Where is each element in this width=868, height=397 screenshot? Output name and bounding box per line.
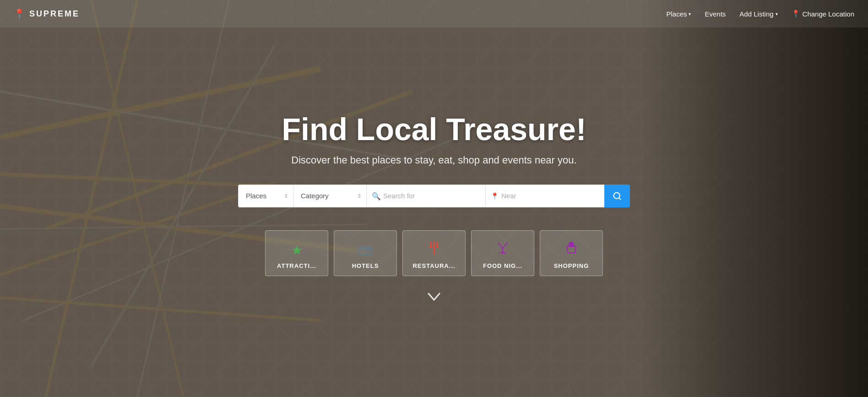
logo-pin-icon: 📍 bbox=[14, 8, 27, 19]
attractions-icon: ★ bbox=[291, 243, 303, 258]
type-select-wrapper: Places Events bbox=[238, 185, 293, 207]
nav-change-location-label: Change Location bbox=[803, 10, 854, 18]
search-icon: 🔍 bbox=[372, 191, 381, 200]
nav-add-listing[interactable]: Add Listing ▾ bbox=[739, 10, 777, 18]
restaurants-icon bbox=[429, 241, 439, 258]
search-input-wrapper: 🔍 bbox=[366, 185, 485, 207]
category-card-food-nightlife[interactable]: FOOD NIG... bbox=[471, 230, 534, 276]
near-pin-icon: 📍 bbox=[491, 192, 499, 200]
attractions-label: ATTRACTI... bbox=[277, 262, 316, 269]
svg-line-19 bbox=[619, 197, 621, 199]
nav-change-location[interactable]: 📍 Change Location bbox=[792, 10, 854, 18]
category-cards: ★ ATTRACTI... HOTELS bbox=[265, 230, 603, 276]
category-card-hotels[interactable]: HOTELS bbox=[334, 230, 397, 276]
location-pin-icon: 📍 bbox=[792, 10, 800, 18]
nav-add-listing-label: Add Listing bbox=[739, 10, 773, 18]
nav-events[interactable]: Events bbox=[705, 10, 726, 18]
food-nightlife-label: FOOD NIG... bbox=[483, 262, 522, 269]
category-card-restaurants[interactable]: RESTAURA... bbox=[402, 230, 466, 276]
hotels-icon bbox=[358, 245, 373, 258]
shopping-icon bbox=[565, 241, 578, 258]
category-card-attractions[interactable]: ★ ATTRACTI... bbox=[265, 230, 328, 276]
search-bar: Places Events Category Attractions Hotel… bbox=[238, 185, 630, 207]
logo[interactable]: 📍 SUPREME bbox=[14, 8, 80, 19]
hero-title: Find Local Treasure! bbox=[282, 111, 586, 147]
category-select[interactable]: Category Attractions Hotels Restaurants … bbox=[293, 185, 366, 207]
places-dropdown-icon: ▾ bbox=[689, 11, 691, 16]
search-button-icon bbox=[613, 191, 622, 201]
food-nightlife-icon bbox=[497, 241, 509, 258]
category-card-shopping[interactable]: SHOPPING bbox=[540, 230, 603, 276]
nav-events-label: Events bbox=[705, 10, 726, 18]
logo-text: SUPREME bbox=[29, 9, 80, 19]
search-input[interactable] bbox=[366, 185, 485, 207]
near-input[interactable] bbox=[485, 185, 604, 207]
near-input-wrapper: 📍 bbox=[485, 185, 604, 207]
scroll-down-arrow[interactable] bbox=[427, 290, 441, 305]
type-select[interactable]: Places Events bbox=[238, 185, 293, 207]
nav-links: Places ▾ Events Add Listing ▾ 📍 Change L… bbox=[666, 10, 854, 18]
hero-subtitle: Discover the best places to stay, eat, s… bbox=[291, 154, 576, 166]
hero-content: Find Local Treasure! Discover the best p… bbox=[0, 0, 868, 397]
restaurants-label: RESTAURA... bbox=[412, 262, 455, 269]
nav-places-label: Places bbox=[666, 10, 687, 18]
navbar: 📍 SUPREME Places ▾ Events Add Listing ▾ … bbox=[0, 0, 868, 27]
nav-places[interactable]: Places ▾ bbox=[666, 10, 691, 18]
hotels-label: HOTELS bbox=[352, 262, 379, 269]
search-button[interactable] bbox=[604, 185, 630, 207]
category-select-wrapper: Category Attractions Hotels Restaurants … bbox=[293, 185, 366, 207]
shopping-label: SHOPPING bbox=[554, 262, 589, 269]
add-listing-dropdown-icon: ▾ bbox=[776, 11, 778, 16]
